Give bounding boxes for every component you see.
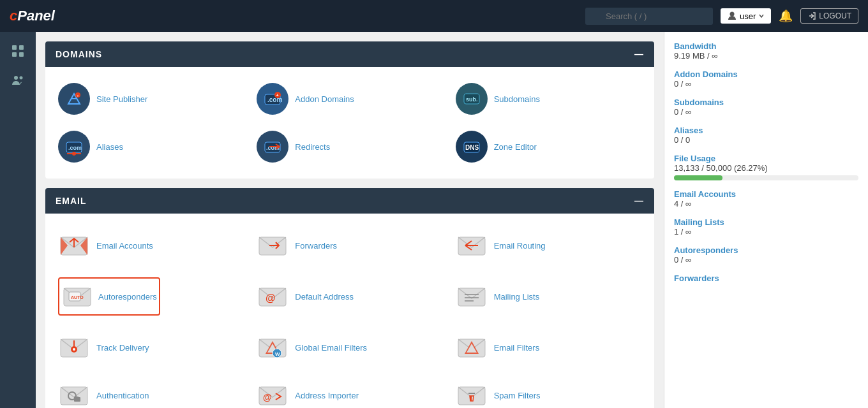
forwarders-stat-label[interactable]: Forwarders: [674, 273, 858, 283]
autoresponders-label: Autoresponders: [98, 292, 157, 302]
mailing-lists-stat-value: 1 / ∞: [674, 227, 858, 237]
authentication-item[interactable]: Authentication: [55, 376, 247, 408]
spam-filters-label: Spam Filters: [494, 391, 541, 400]
authentication-icon: [58, 379, 90, 408]
forwarders-item[interactable]: Forwarders: [253, 226, 445, 265]
site-publisher-label: Site Publisher: [96, 94, 147, 104]
subdomains-item[interactable]: sub. Subdomains: [453, 80, 645, 118]
subdomains-stat-value: 0 / ∞: [674, 107, 858, 117]
logout-label: LOGOUT: [819, 11, 851, 20]
global-email-filters-item[interactable]: W Global Email Filters: [253, 328, 445, 367]
address-importer-item[interactable]: @ Address Importer: [253, 376, 445, 408]
sidebar: [0, 32, 36, 408]
mailing-lists-stat-label[interactable]: Mailing Lists: [674, 217, 858, 227]
search-wrapper: [585, 8, 713, 25]
svg-rect-10: [71, 98, 77, 99]
file-usage-stat: File Usage 13,133 / 50,000 (26.27%): [674, 154, 858, 180]
svg-point-7: [14, 76, 18, 80]
aliases-stat-value: 0 / 0: [674, 135, 858, 145]
zone-editor-item[interactable]: DNS Zone Editor: [453, 127, 645, 166]
svg-rect-6: [19, 52, 24, 57]
mailing-lists-stat: Mailing Lists 1 / ∞: [674, 217, 858, 237]
email-accounts-stat-label[interactable]: Email Accounts: [674, 189, 858, 199]
redirects-label: Redirects: [295, 142, 330, 152]
domains-body: + Site Publisher .com +: [45, 67, 654, 178]
default-address-item[interactable]: @ Default Address: [253, 274, 445, 319]
logout-icon: [807, 11, 816, 20]
svg-rect-58: [74, 397, 80, 402]
autoresponders-stat: Autoresponders 0 / ∞: [674, 245, 858, 265]
svg-text:.com: .com: [267, 96, 282, 103]
email-filters-label: Email Filters: [494, 343, 540, 353]
addon-domains-item[interactable]: .com + Addon Domains: [253, 80, 445, 118]
logout-button[interactable]: LOGOUT: [800, 8, 858, 24]
email-accounts-icon: [58, 229, 90, 261]
email-filters-item[interactable]: Email Filters: [453, 328, 645, 367]
notifications-bell[interactable]: 🔔: [779, 9, 793, 23]
zone-editor-label: Zone Editor: [494, 142, 537, 152]
right-panel: Bandwidth 9.19 MB / ∞ Addon Domains 0 / …: [664, 32, 868, 408]
redirects-item[interactable]: .com Redirects: [253, 127, 445, 166]
track-delivery-item[interactable]: Track Delivery: [55, 328, 247, 367]
svg-point-47: [73, 348, 75, 351]
address-importer-icon: @: [257, 379, 288, 408]
svg-text:+: +: [276, 93, 279, 98]
file-usage-bar-fill: [674, 175, 722, 180]
email-title: EMAIL: [56, 196, 87, 206]
sidebar-users-icon[interactable]: [5, 68, 31, 93]
email-section: EMAIL — Email Accounts: [45, 188, 654, 408]
email-collapse-icon[interactable]: —: [634, 196, 644, 206]
bandwidth-value: 9.19 MB / ∞: [674, 51, 858, 61]
subdomains-stat-label[interactable]: Subdomains: [674, 98, 858, 107]
track-delivery-icon: [58, 332, 90, 363]
file-usage-label[interactable]: File Usage: [674, 154, 858, 163]
email-accounts-stat-value: 4 / ∞: [674, 199, 858, 208]
email-filters-icon: [456, 332, 488, 363]
file-usage-value: 13,133 / 50,000 (26.27%): [674, 163, 858, 173]
file-usage-bar-bg: [674, 175, 858, 180]
aliases-item[interactable]: .com Aliases: [55, 127, 247, 166]
subdomains-stat: Subdomains 0 / ∞: [674, 98, 858, 117]
username-label: user: [740, 11, 756, 21]
aliases-label: Aliases: [96, 142, 123, 152]
autoresponders-item[interactable]: AUTO Autoresponders ⇒: [55, 274, 247, 319]
subdomains-icon: sub.: [456, 83, 488, 115]
svg-text:@: @: [266, 293, 276, 303]
global-email-filters-label: Global Email Filters: [295, 343, 367, 353]
email-routing-icon: [456, 229, 488, 261]
site-publisher-item[interactable]: + Site Publisher: [55, 80, 247, 118]
svg-point-2: [730, 12, 735, 17]
user-menu[interactable]: user: [721, 8, 771, 24]
autoresponders-icon: AUTO: [61, 280, 93, 312]
track-delivery-label: Track Delivery: [96, 343, 149, 353]
bandwidth-label[interactable]: Bandwidth: [674, 41, 858, 51]
autoresponders-stat-label[interactable]: Autoresponders: [674, 245, 858, 255]
forwarders-stat: Forwarders: [674, 273, 858, 283]
mailing-lists-item[interactable]: Mailing Lists: [453, 274, 645, 319]
mailing-lists-icon: [456, 280, 488, 312]
search-input[interactable]: [585, 8, 713, 25]
zone-editor-icon: DNS: [456, 131, 488, 163]
spam-filters-item[interactable]: Spam Filters: [453, 376, 645, 408]
sidebar-grid-icon[interactable]: [5, 38, 31, 64]
topbar: cPanel user 🔔 LOGOUT: [0, 0, 868, 32]
svg-text:W: W: [275, 351, 280, 357]
aliases-stat-label[interactable]: Aliases: [674, 126, 858, 135]
svg-text:DNS: DNS: [465, 144, 479, 151]
bandwidth-stat: Bandwidth 9.19 MB / ∞: [674, 41, 858, 61]
forwarders-label: Forwarders: [295, 241, 337, 251]
email-header: EMAIL —: [45, 188, 654, 214]
addon-domains-icon: .com +: [257, 83, 288, 115]
addon-domains-stat-label[interactable]: Addon Domains: [674, 69, 858, 79]
email-accounts-item[interactable]: Email Accounts: [55, 226, 247, 265]
email-routing-item[interactable]: Email Routing: [453, 226, 645, 265]
chevron-down-icon: [758, 13, 765, 19]
svg-text:.com: .com: [68, 145, 82, 151]
email-accounts-stat: Email Accounts 4 / ∞: [674, 189, 858, 208]
svg-rect-4: [19, 45, 24, 50]
domains-collapse-icon[interactable]: —: [634, 49, 644, 59]
svg-rect-3: [12, 45, 17, 50]
forwarders-icon: [257, 229, 288, 261]
addon-domains-label: Addon Domains: [295, 94, 354, 104]
email-body: Email Accounts Forwarders: [45, 214, 654, 408]
